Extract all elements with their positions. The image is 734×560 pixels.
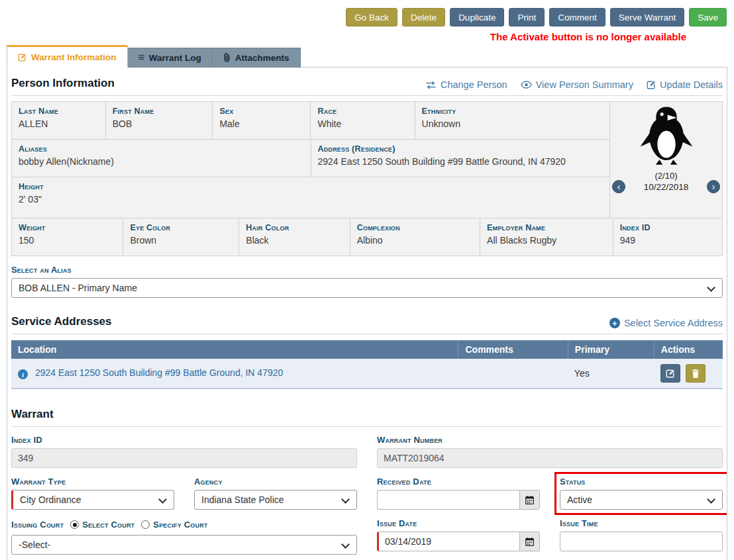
person-information-header: Person Information Change Person View Pe… <box>11 70 723 96</box>
issue-date-field: Issue Date <box>377 518 540 555</box>
service-address-link[interactable]: 2924 East 1250 South Building #99 Battle… <box>35 367 283 378</box>
agency-label: Agency <box>194 477 357 487</box>
select-court-radio[interactable]: Select Court <box>70 520 134 530</box>
column-header-primary: Primary <box>568 340 654 359</box>
warrant-type-select[interactable]: City Ordinance <box>11 490 174 510</box>
edit-form-icon <box>18 53 26 62</box>
go-back-button[interactable]: Go Back <box>346 8 397 26</box>
field-weight: Weight 150 <box>12 218 123 256</box>
field-label: Ethnicity <box>422 107 603 116</box>
tab-label: Warrant Log <box>149 53 201 63</box>
issuing-court-select[interactable]: -Select- <box>11 535 357 555</box>
column-header-actions: Actions <box>654 340 723 359</box>
field-label: Race <box>317 107 407 116</box>
field-label: Weight <box>19 223 116 232</box>
link-label: Select Service Address <box>624 318 723 328</box>
agency-value: Indiana State Police <box>201 494 284 505</box>
column-header-comments: Comments <box>458 340 567 359</box>
issuing-court-label: Issuing Court <box>11 520 64 530</box>
delete-address-button[interactable] <box>686 364 706 383</box>
field-label: Sex <box>219 107 303 116</box>
update-details-link[interactable]: Update Details <box>647 79 723 90</box>
tab-attachments[interactable]: Attachments <box>213 48 301 68</box>
primary-cell: Yes <box>568 364 654 383</box>
field-last-name: Last Name ALLEN <box>12 102 106 140</box>
print-button[interactable]: Print <box>509 8 545 26</box>
serve-warrant-button[interactable]: Serve Warrant <box>610 8 685 26</box>
delete-button[interactable]: Delete <box>402 8 445 26</box>
edit-icon <box>647 80 656 89</box>
warrant-type-label: Warrant Type <box>11 477 174 487</box>
status-select[interactable]: Active <box>560 490 723 510</box>
person-photo <box>638 105 695 170</box>
received-date-field: Received Date <box>377 477 540 510</box>
specify-court-radio[interactable]: Specify Court <box>141 520 207 530</box>
field-ethnicity: Ethnicity Unknown <box>415 102 610 140</box>
field-value: BOB <box>113 118 206 129</box>
field-value: bobby Allen(Nickname) <box>19 156 304 167</box>
view-person-summary-link[interactable]: View Person Summary <box>521 79 633 90</box>
alias-select-value: BOB ALLEN - Primary Name <box>19 283 137 293</box>
link-label: View Person Summary <box>536 79 633 90</box>
issue-time-field: Issue Time <box>560 518 723 555</box>
warrant-title: Warrant <box>11 408 54 421</box>
alias-select-block: Select an Alias BOB ALLEN - Primary Name <box>11 265 723 298</box>
status-field: Status Active <box>560 477 723 510</box>
select-service-address-link[interactable]: + Select Service Address <box>609 318 723 328</box>
info-icon[interactable]: i <box>18 369 28 379</box>
select-an-alias-label: Select an Alias <box>11 265 723 275</box>
field-value: Black <box>246 235 342 246</box>
field-label: Index ID <box>620 223 715 232</box>
field-value: 150 <box>19 235 116 246</box>
issuing-court-value: -Select- <box>19 539 50 550</box>
save-button[interactable]: Save <box>689 8 727 26</box>
photo-date: 10/22/2018 <box>644 182 689 192</box>
tab-label: Attachments <box>235 53 289 63</box>
duplicate-button[interactable]: Duplicate <box>450 8 504 26</box>
index-id-input <box>11 448 357 468</box>
issue-time-input[interactable] <box>560 532 723 551</box>
field-value: Unknown <box>422 118 603 129</box>
field-label: Aliases <box>19 144 304 154</box>
issue-date-input[interactable] <box>377 532 519 551</box>
field-label: Eye Color <box>130 223 232 232</box>
field-label: Height <box>19 182 603 191</box>
link-label: Change Person <box>441 79 507 90</box>
warrant-form: Index ID Warrant Number Warrant Type Cit… <box>11 435 723 555</box>
received-date-label: Received Date <box>377 477 540 487</box>
warrant-number-field: Warrant Number <box>377 435 723 468</box>
field-height: Height 2' 03" <box>12 177 610 218</box>
tab-warrant-information[interactable]: Warrant Information <box>7 45 128 68</box>
received-date-input[interactable] <box>377 490 519 510</box>
issue-date-calendar-button[interactable] <box>519 532 540 551</box>
radio-label: Select Court <box>82 520 134 530</box>
field-label: First Name <box>113 107 206 116</box>
tab-warrant-log[interactable]: ≡ Warrant Log <box>128 48 213 68</box>
activate-unavailable-notice: The Activate button is no longer availab… <box>0 26 734 44</box>
field-aliases: Aliases bobby Allen(Nickname) <box>12 140 311 177</box>
field-value: 2' 03" <box>19 194 603 205</box>
field-eye-color: Eye Color Brown <box>123 218 239 256</box>
change-person-link[interactable]: Change Person <box>425 79 507 90</box>
field-label: Last Name <box>19 107 99 116</box>
photo-next-button[interactable]: › <box>707 180 720 193</box>
table-header-row: Location Comments Primary Actions <box>11 340 723 359</box>
list-icon: ≡ <box>138 52 144 63</box>
index-id-field: Index ID <box>11 435 357 468</box>
edit-address-button[interactable] <box>660 364 680 383</box>
issue-time-label: Issue Time <box>560 518 723 528</box>
column-header-location: Location <box>11 340 458 359</box>
radio-label: Specify Court <box>153 520 207 530</box>
service-addresses-table: Location Comments Primary Actions i 2924… <box>11 340 723 389</box>
received-date-calendar-button[interactable] <box>519 490 540 510</box>
agency-select[interactable]: Indiana State Police <box>194 490 357 510</box>
person-photo-panel: ‹ (2/10) 10/22/2018 <box>610 102 723 218</box>
photo-prev-button[interactable]: ‹ <box>612 180 625 193</box>
field-index-id: Index ID 949 <box>613 218 723 256</box>
service-address-row: i 2924 East 1250 South Building #99 Batt… <box>11 359 723 389</box>
field-value: 949 <box>620 235 715 246</box>
alias-select[interactable]: BOB ALLEN - Primary Name <box>11 278 723 298</box>
issue-date-label: Issue Date <box>377 518 540 528</box>
comment-button[interactable]: Comment <box>549 8 605 26</box>
warrant-type-field: Warrant Type City Ordinance <box>11 477 174 510</box>
